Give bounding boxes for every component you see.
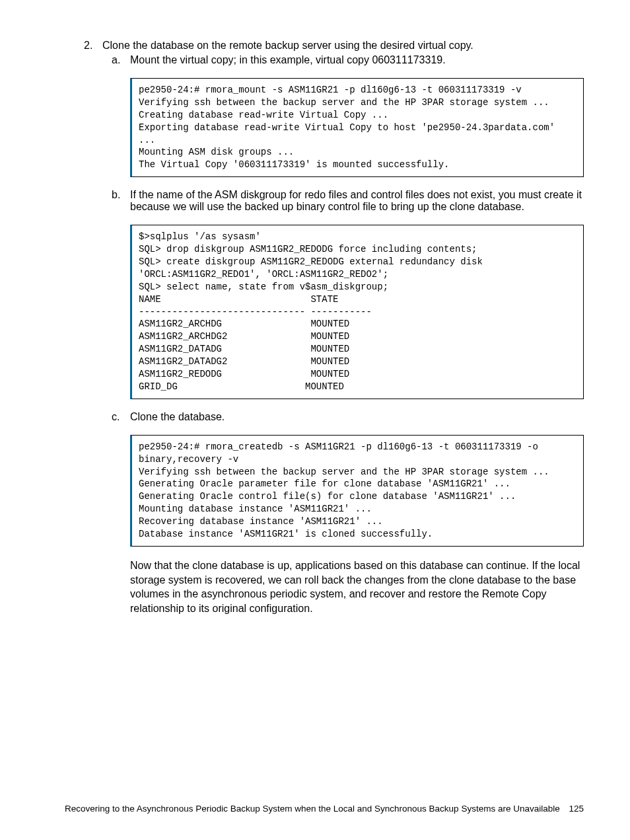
list-item-2: 2. Clone the database on the remote back… xyxy=(102,40,584,66)
list-number: 2. xyxy=(84,40,92,52)
code-block-b: $>sqlplus '/as sysasm' SQL> drop diskgro… xyxy=(130,225,584,399)
sub-item-a-text: Mount the virtual copy; in this example,… xyxy=(130,54,446,65)
code-block-c: pe2950-24:# rmora_createdb -s ASM11GR21 … xyxy=(130,435,584,547)
code-block-a: pe2950-24:# rmora_mount -s ASM11GR21 -p … xyxy=(130,78,584,177)
paragraph-after-c: Now that the clone database is up, appli… xyxy=(130,558,584,615)
sub-item-b-text: If the name of the ASM diskgroup for red… xyxy=(130,189,582,212)
footer-text: Recovering to the Asynchronous Periodic … xyxy=(65,804,560,814)
sub-item-a: a. Mount the virtual copy; in this examp… xyxy=(130,54,584,66)
sub-item-b: b. If the name of the ASM diskgroup for … xyxy=(130,189,584,213)
sub-letter-b: b. xyxy=(112,189,120,201)
sub-item-c: c. Clone the database. xyxy=(130,411,584,423)
page-footer: Recovering to the Asynchronous Periodic … xyxy=(65,804,584,814)
page-number: 125 xyxy=(569,804,584,814)
sub-letter-c: c. xyxy=(112,411,120,423)
sub-item-c-text: Clone the database. xyxy=(130,411,225,422)
list-item-text: Clone the database on the remote backup … xyxy=(102,40,473,51)
sub-letter-a: a. xyxy=(112,54,120,66)
